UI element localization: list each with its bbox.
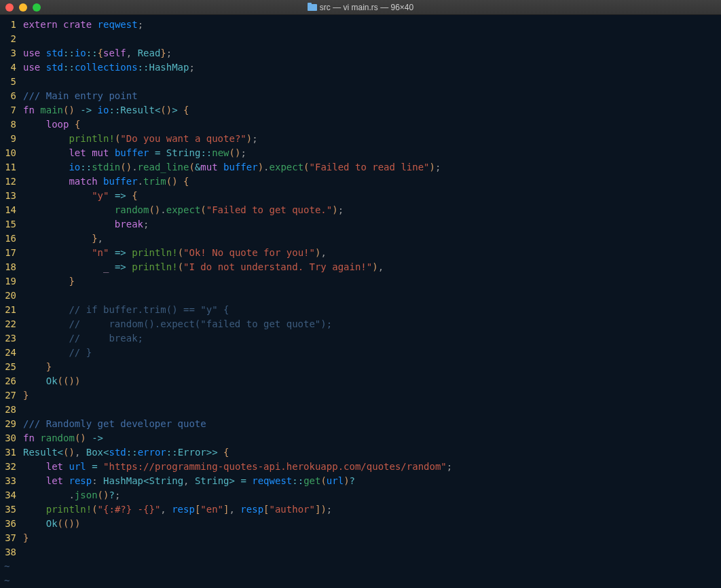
line-number: 20 (0, 289, 23, 303)
code-line[interactable]: 21 // if buffer.trim() == "y" { (0, 303, 721, 317)
code-line[interactable]: 36 Ok(()) (0, 517, 721, 531)
line-number: 13 (0, 189, 23, 203)
code-line[interactable]: 15 break; (0, 217, 721, 232)
code-line[interactable]: 5 (0, 75, 721, 89)
editor-viewport[interactable]: 1extern crate reqwest;2 3use std::io::{s… (0, 15, 721, 588)
line-number: 35 (0, 502, 23, 517)
code-content[interactable]: "y" => { (23, 189, 721, 203)
code-line[interactable]: 9 println!("Do you want a quote?"); (0, 132, 721, 146)
line-number: 28 (0, 403, 23, 417)
code-content[interactable]: let url = "https://programming-quotes-ap… (23, 460, 721, 474)
code-content[interactable] (23, 545, 721, 559)
code-content[interactable]: } (23, 360, 721, 374)
code-line[interactable]: 22 // random().expect("failed to get quo… (0, 317, 721, 331)
code-content[interactable] (23, 32, 721, 46)
code-content[interactable]: // if buffer.trim() == "y" { (23, 303, 721, 317)
code-line[interactable]: 29/// Randomly get developer quote (0, 417, 721, 431)
code-content[interactable]: } (23, 388, 721, 403)
code-content[interactable]: // break; (23, 331, 721, 346)
code-content[interactable]: } (23, 531, 721, 545)
code-line[interactable]: 4use std::collections::HashMap; (0, 60, 721, 75)
code-line[interactable]: 24 // } (0, 346, 721, 360)
code-line[interactable]: 23 // break; (0, 331, 721, 346)
line-number: 19 (0, 274, 23, 289)
code-content[interactable]: Ok(()) (23, 517, 721, 531)
code-content[interactable]: // } (23, 346, 721, 360)
code-line[interactable]: 33 let resp: HashMap<String, String> = r… (0, 474, 721, 488)
code-line[interactable]: 13 "y" => { (0, 189, 721, 203)
code-line[interactable]: 20 (0, 289, 721, 303)
folder-icon (308, 4, 317, 11)
code-line[interactable]: 3use std::io::{self, Read}; (0, 46, 721, 60)
line-number: 34 (0, 488, 23, 502)
code-content[interactable] (23, 403, 721, 417)
code-line[interactable]: 27} (0, 388, 721, 403)
code-content[interactable]: match buffer.trim() { (23, 174, 721, 189)
code-content[interactable] (23, 289, 721, 303)
code-line[interactable]: 19 } (0, 274, 721, 289)
code-line[interactable]: 35 println!("{:#?} -{}", resp["en"], res… (0, 502, 721, 517)
code-line[interactable]: 12 match buffer.trim() { (0, 174, 721, 189)
code-content[interactable]: "n" => println!("Ok! No quote for you!")… (23, 246, 721, 260)
line-number: 30 (0, 431, 23, 445)
code-content[interactable]: println!("{:#?} -{}", resp["en"], resp["… (23, 502, 721, 517)
code-line[interactable]: 14 random().expect("Failed to get quote.… (0, 203, 721, 217)
line-number: 12 (0, 174, 23, 189)
code-content[interactable]: Ok(()) (23, 374, 721, 388)
code-line[interactable]: 17 "n" => println!("Ok! No quote for you… (0, 246, 721, 260)
code-line[interactable]: 16 }, (0, 232, 721, 246)
code-line[interactable]: 26 Ok(()) (0, 374, 721, 388)
code-content[interactable]: /// Main entry point (23, 89, 721, 103)
minimize-icon[interactable] (19, 3, 27, 12)
code-line[interactable]: 34 .json()?; (0, 488, 721, 502)
window-title: src — vi main.rs — 96×40 (320, 3, 413, 12)
line-number: 32 (0, 460, 23, 474)
line-number: 5 (0, 75, 23, 89)
code-line[interactable]: 18 _ => println!("I do not understand. T… (0, 260, 721, 274)
code-content[interactable]: // random().expect("failed to get quote"… (23, 317, 721, 331)
code-content[interactable]: let mut buffer = String::new(); (23, 146, 721, 160)
line-number: 17 (0, 246, 23, 260)
code-line[interactable]: 10 let mut buffer = String::new(); (0, 146, 721, 160)
window-titlebar: src — vi main.rs — 96×40 (0, 0, 721, 15)
code-content[interactable]: use std::io::{self, Read}; (23, 46, 721, 60)
code-content[interactable]: extern crate reqwest; (23, 18, 721, 32)
line-number: 33 (0, 474, 23, 488)
code-line[interactable]: 30fn random() -> (0, 431, 721, 445)
code-content[interactable]: }, (23, 232, 721, 246)
line-number: 23 (0, 331, 23, 346)
code-line[interactable]: 8 loop { (0, 117, 721, 132)
code-content[interactable]: random().expect("Failed to get quote."); (23, 203, 721, 217)
code-content[interactable]: } (23, 274, 721, 289)
code-content[interactable]: .json()?; (23, 488, 721, 502)
code-line[interactable]: 25 } (0, 360, 721, 374)
code-line[interactable]: 28 (0, 403, 721, 417)
zoom-icon[interactable] (33, 3, 41, 12)
close-icon[interactable] (5, 3, 14, 12)
code-content[interactable]: println!("Do you want a quote?"); (23, 132, 721, 146)
code-content[interactable]: let resp: HashMap<String, String> = reqw… (23, 474, 721, 488)
code-content[interactable]: use std::collections::HashMap; (23, 60, 721, 75)
code-content[interactable]: break; (23, 217, 721, 232)
code-content[interactable]: Result<(), Box<std::error::Error>> { (23, 445, 721, 460)
code-content[interactable]: io::stdin().read_line(&mut buffer).expec… (23, 160, 721, 174)
code-line[interactable]: 32 let url = "https://programming-quotes… (0, 460, 721, 474)
code-line[interactable]: 37} (0, 531, 721, 545)
code-line[interactable]: 38 (0, 545, 721, 559)
code-content[interactable]: fn random() -> (23, 431, 721, 445)
line-number: 38 (0, 545, 23, 559)
line-number: 2 (0, 32, 23, 46)
code-line[interactable]: 31Result<(), Box<std::error::Error>> { (0, 445, 721, 460)
code-line[interactable]: 6/// Main entry point (0, 89, 721, 103)
traffic-lights (5, 3, 41, 12)
code-content[interactable]: /// Randomly get developer quote (23, 417, 721, 431)
code-content[interactable] (23, 75, 721, 89)
line-number: 4 (0, 60, 23, 75)
code-line[interactable]: 7fn main() -> io::Result<()> { (0, 103, 721, 117)
code-content[interactable]: loop { (23, 117, 721, 132)
code-content[interactable]: fn main() -> io::Result<()> { (23, 103, 721, 117)
code-line[interactable]: 11 io::stdin().read_line(&mut buffer).ex… (0, 160, 721, 174)
code-line[interactable]: 2 (0, 32, 721, 46)
code-content[interactable]: _ => println!("I do not understand. Try … (23, 260, 721, 274)
code-line[interactable]: 1extern crate reqwest; (0, 18, 721, 32)
